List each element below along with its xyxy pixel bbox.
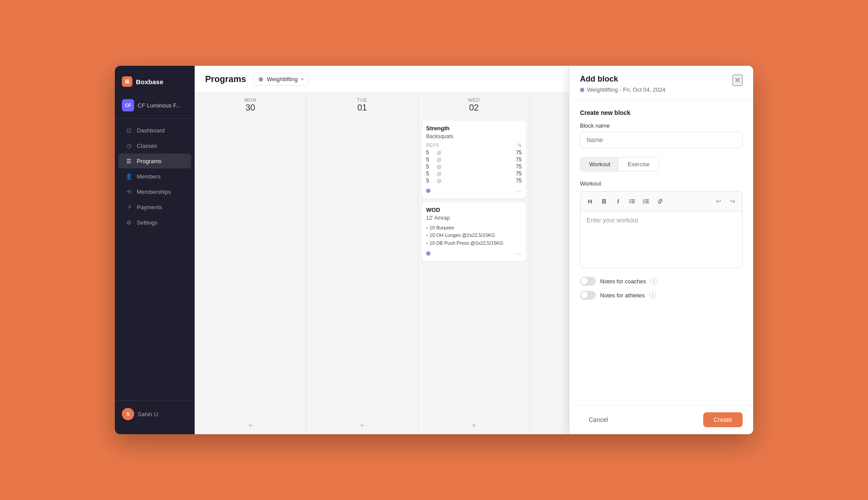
settings-icon: ⚙ (125, 219, 132, 226)
panel-title: Add block (580, 75, 665, 84)
toolbar-ul-btn[interactable] (626, 195, 638, 207)
strength-title: Strength (426, 125, 522, 132)
programs-icon: ☰ (125, 157, 132, 164)
toolbar-undo-btn[interactable]: ↩ (712, 195, 725, 207)
subtitle-dot (580, 88, 584, 92)
day-column-tue: TUE 01 + (306, 93, 418, 434)
chevron-down-icon: ▾ (301, 77, 303, 82)
add-block-tue[interactable]: + (306, 417, 418, 434)
notes-athletes-info-icon[interactable]: i (649, 292, 656, 299)
notes-coaches-info-icon[interactable]: i (651, 278, 658, 285)
notes-athletes-toggle[interactable] (580, 291, 596, 300)
day-header-wed: WED 02 (418, 93, 530, 117)
user-avatar: S (122, 408, 134, 420)
tab-exercise[interactable]: Exercise (619, 157, 658, 171)
add-block-panel: Add block Weightlifting - Fri, Oct 04, 2… (569, 66, 753, 434)
sidebar-item-classes[interactable]: ◷ Classes (118, 138, 191, 153)
toolbar-italic-btn[interactable]: I (612, 195, 624, 207)
wod-subtitle: 12' Amrap (426, 215, 522, 221)
day-column-mon: MON 30 + (195, 93, 306, 434)
notes-coaches-toggle[interactable] (580, 277, 596, 286)
org-avatar: CF (122, 99, 134, 111)
workout-placeholder: Enter your workout (587, 217, 638, 224)
notes-for-athletes-row: Notes for athletes i (580, 291, 743, 300)
workout-editor-section: Workout H B I 1.2.3. (580, 180, 743, 268)
program-color-dot (259, 77, 263, 82)
add-block-mon[interactable]: + (195, 417, 306, 434)
strength-subtitle: Backsquats (426, 133, 522, 139)
strength-card-footer: ··· (426, 187, 522, 194)
block-type-tabs: Workout Exercise (580, 157, 659, 171)
sidebar-item-dashboard[interactable]: ⊡ Dashboard (118, 123, 191, 138)
day-column-wed: WED 02 Strength Backsquats REPS % (418, 93, 530, 434)
workout-label: Workout (580, 180, 743, 187)
day-content-tue (306, 117, 418, 417)
panel-footer: Cancel Create (569, 405, 753, 434)
dashboard-icon: ⊡ (125, 127, 132, 134)
add-block-wed[interactable]: + (418, 417, 530, 434)
workout-editor-area[interactable]: Enter your workout (580, 211, 743, 268)
cancel-button[interactable]: Cancel (580, 412, 617, 427)
sidebar-item-memberships[interactable]: ⟲ Memberships (118, 184, 191, 199)
toolbar-bold-btn[interactable]: B (598, 195, 610, 207)
program-selector[interactable]: Weightlifting ▾ (253, 73, 309, 86)
current-user: S Sahin U. (115, 404, 195, 424)
notes-athletes-label: Notes for athletes (600, 292, 645, 299)
sidebar-nav: ⊡ Dashboard ◷ Classes ☰ Programs 👤 Membe… (115, 122, 195, 230)
tab-workout[interactable]: Workout (580, 157, 619, 171)
wod-card-footer: ··· (426, 250, 522, 257)
exercise-header: REPS % (426, 143, 522, 148)
card-menu-button[interactable]: ··· (516, 250, 522, 257)
sidebar-item-payments[interactable]: ↗ Payments (118, 200, 191, 214)
toolbar-redo-btn[interactable]: ↪ (726, 195, 739, 207)
wod-list-item: • 10 DB Push Press @2x22,5/15KG (426, 240, 522, 246)
sidebar-item-members[interactable]: 👤 Members (118, 169, 191, 184)
org-name: CF Luminous F... (138, 102, 181, 109)
wod-list-item: • 10 OH Lunges @2x22,5/15KG (426, 232, 522, 239)
exercise-row: 5 @ 75 (426, 164, 522, 170)
classes-icon: ◷ (125, 142, 132, 149)
card-color-dot (426, 189, 430, 193)
sidebar-item-label: Members (137, 173, 160, 180)
strength-card: Strength Backsquats REPS % 5 @ 75 (422, 121, 526, 199)
block-name-input[interactable] (580, 132, 743, 148)
app-logo-icon: ⊞ (122, 76, 132, 87)
main-wrapper: Programs Weightlifting ▾ MON 30 + (195, 66, 753, 434)
create-button[interactable]: Create (703, 412, 743, 427)
panel-header: Add block Weightlifting - Fri, Oct 04, 2… (569, 66, 753, 100)
wod-card: WOD 12' Amrap • 10 Burpees • 10 OH Lunge… (422, 202, 526, 261)
toolbar-ol-btn[interactable]: 1.2.3. (640, 195, 652, 207)
app-name: Boxbase (136, 78, 164, 86)
day-header-tue: TUE 01 (306, 93, 418, 117)
user-name: Sahin U. (138, 411, 160, 418)
notes-coaches-label: Notes for coaches (600, 278, 646, 285)
sidebar-item-programs[interactable]: ☰ Programs (118, 154, 191, 168)
toolbar-heading-btn[interactable]: H (584, 195, 596, 207)
sidebar-item-settings[interactable]: ⚙ Settings (118, 215, 191, 230)
exercise-row: 5 @ 75 (426, 178, 522, 184)
svg-point-4 (630, 202, 630, 203)
members-icon: 👤 (125, 173, 132, 180)
wod-list: • 10 Burpees • 10 OH Lunges @2x22,5/15KG… (426, 225, 522, 246)
card-menu-button[interactable]: ··· (516, 187, 522, 194)
day-header-mon: MON 30 (195, 93, 306, 117)
exercise-row: 5 @ 75 (426, 150, 522, 156)
sidebar: ⊞ Boxbase CF CF Luminous F... ⊡ Dashboar… (115, 66, 195, 434)
sidebar-item-label: Memberships (137, 189, 171, 195)
create-new-block-section: Create new block Block name (580, 109, 743, 148)
pct-header: % (504, 143, 522, 148)
editor-toolbar: H B I 1.2.3. ↩ ↪ (580, 191, 743, 211)
payments-icon: ↗ (125, 204, 132, 211)
page-title: Programs (205, 74, 246, 84)
program-name: Weightlifting (267, 76, 298, 82)
close-button[interactable]: ✕ (733, 75, 743, 86)
org-selector[interactable]: CF CF Luminous F... (115, 96, 195, 119)
sidebar-item-label: Dashboard (137, 127, 165, 134)
panel-body: Create new block Block name Workout Exer… (569, 100, 753, 405)
sidebar-item-label: Classes (137, 143, 157, 149)
day-content-mon (195, 117, 306, 417)
notes-for-coaches-row: Notes for coaches i (580, 277, 743, 286)
toolbar-link-btn[interactable] (654, 195, 666, 207)
sidebar-item-label: Payments (137, 204, 162, 211)
sidebar-bottom: S Sahin U. (115, 400, 195, 427)
